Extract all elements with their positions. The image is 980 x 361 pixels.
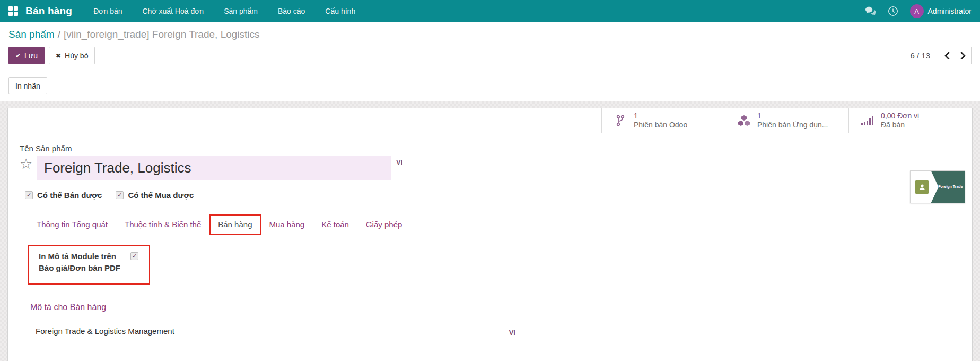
can-sell-field: ✓ Có thể Bán được — [25, 191, 102, 200]
product-image[interactable]: Foreign Trade — [910, 170, 965, 203]
breadcrumb-separator: / — [58, 29, 60, 40]
breadcrumb-parent[interactable]: Sản phẩm — [8, 29, 55, 40]
menu-don-ban[interactable]: Đơn bán — [93, 7, 122, 15]
favorite-star-icon[interactable]: ☆ — [20, 157, 37, 171]
chevron-right-icon — [960, 52, 966, 59]
menu-san-pham[interactable]: Sản phẩm — [224, 7, 258, 15]
stat-value: 0,00 Đơn vị — [881, 111, 919, 121]
activities-clock-icon[interactable] — [888, 6, 898, 16]
discard-label: Hủy bỏ — [65, 51, 88, 60]
print-module-description-field: In Mô tả Module trên Báo giá/Đơn bán PDF… — [28, 245, 150, 285]
sales-description-title: Mô tả cho Bán hàng — [30, 303, 521, 317]
print-module-description-label: In Mô tả Module trên Báo giá/Đơn bán PDF — [39, 251, 122, 274]
print-label-button[interactable]: In nhãn — [8, 77, 47, 94]
sales-description-input[interactable]: Foreign Trade & Logistics Management VI — [30, 317, 521, 350]
check-icon: ✔ — [15, 52, 21, 59]
can-sell-label: Có thể Bán được — [37, 191, 102, 200]
user-name: Administrator — [928, 7, 972, 15]
discard-button[interactable]: ✖ Hủy bỏ — [49, 47, 95, 64]
product-logo-banner: Foreign Trade — [931, 171, 965, 203]
description-translation-badge[interactable]: VI — [504, 326, 521, 339]
field-separator — [125, 251, 125, 274]
tab-accounting[interactable]: Kế toán — [313, 215, 357, 235]
product-form-sheet: 1 Phiên bản Odoo 1 Phiên bản Ứng dụn... — [7, 108, 973, 361]
apps-menu-icon[interactable] — [8, 6, 18, 16]
product-name-input[interactable]: Foreign Trade, Logistics — [37, 156, 391, 180]
stat-app-versions-button[interactable]: 1 Phiên bản Ứng dụn... — [725, 108, 848, 133]
can-purchase-checkbox[interactable]: ✓ — [116, 191, 124, 199]
sales-description-section: Mô tả cho Bán hàng Foreign Trade & Logis… — [30, 303, 521, 350]
tab-license[interactable]: Giấy phép — [357, 215, 410, 235]
translation-badge[interactable]: VI — [391, 156, 408, 168]
save-button[interactable]: ✔ Lưu — [8, 47, 45, 64]
stat-label: Đã bán — [881, 121, 919, 130]
print-label-text: In nhãn — [15, 82, 40, 90]
pager-value[interactable]: 6 / 13 — [910, 51, 930, 60]
x-icon: ✖ — [56, 52, 61, 59]
stat-sold-units-button[interactable]: 0,00 Đơn vị Đã bán — [848, 108, 972, 133]
menu-cho-xuat-hoa-don[interactable]: Chờ xuất Hoá đơn — [143, 7, 204, 15]
tab-general-info[interactable]: Thông tin Tổng quát — [28, 215, 116, 235]
stat-value: 1 — [634, 111, 687, 121]
cubes-icon — [737, 115, 751, 126]
tab-sales[interactable]: Bán hàng — [209, 214, 260, 235]
menu-bao-cao[interactable]: Báo cáo — [278, 7, 305, 15]
notebook-tabs: Thông tin Tổng quát Thuộc tính & Biến th… — [20, 214, 959, 235]
pager-previous-button[interactable] — [939, 47, 955, 64]
tab-purchase[interactable]: Mua hàng — [261, 215, 313, 235]
control-panel: Sản phẩm/[viin_foreign_trade] Foreign Tr… — [0, 22, 980, 101]
top-navbar: Bán hàng Đơn bán Chờ xuất Hoá đơn Sản ph… — [0, 0, 980, 22]
app-title[interactable]: Bán hàng — [25, 5, 72, 17]
can-purchase-label: Có thể Mua được — [128, 191, 194, 200]
bar-chart-icon — [861, 115, 874, 126]
sales-tab-pane: In Mô tả Module trên Báo giá/Đơn bán PDF… — [20, 235, 959, 350]
stat-label: Phiên bản Ứng dụn... — [757, 121, 828, 130]
chevron-left-icon — [944, 52, 950, 59]
avatar: A — [910, 4, 924, 18]
pager-next-button[interactable] — [955, 47, 972, 64]
stat-value: 1 — [757, 111, 828, 121]
sales-description-value[interactable]: Foreign Trade & Logistics Management — [36, 326, 174, 336]
product-logo-caption: Foreign Trade — [933, 184, 962, 190]
menu-cau-hinh[interactable]: Cấu hình — [325, 7, 355, 15]
stat-odoo-versions-button[interactable]: 1 Phiên bản Odoo — [601, 108, 725, 133]
messages-icon[interactable] — [865, 6, 876, 16]
can-sell-checkbox[interactable]: ✓ — [25, 191, 33, 199]
user-menu[interactable]: A Administrator — [910, 4, 972, 18]
main-menu: Đơn bán Chờ xuất Hoá đơn Sản phẩm Báo cá… — [93, 7, 355, 15]
sheet-main: Foreign Trade Tên Sản phẩm ☆ Foreign Tra… — [8, 133, 972, 350]
save-label: Lưu — [24, 51, 38, 60]
print-module-description-checkbox[interactable]: ✓ — [130, 252, 138, 260]
breadcrumb-current: [viin_foreign_trade] Foreign Trade, Logi… — [64, 29, 260, 40]
tab-attributes-variants[interactable]: Thuộc tính & Biến thể — [116, 215, 209, 235]
form-background: 1 Phiên bản Odoo 1 Phiên bản Ứng dụn... — [0, 101, 980, 361]
can-purchase-field: ✓ Có thể Mua được — [116, 191, 194, 200]
stat-label: Phiên bản Odoo — [634, 121, 687, 130]
stat-button-row: 1 Phiên bản Odoo 1 Phiên bản Ứng dụn... — [8, 108, 972, 133]
product-logo-icon — [915, 180, 929, 194]
code-branch-icon — [614, 115, 627, 126]
product-name-label: Tên Sản phẩm — [20, 144, 959, 153]
breadcrumb: Sản phẩm/[viin_foreign_trade] Foreign Tr… — [8, 29, 972, 40]
